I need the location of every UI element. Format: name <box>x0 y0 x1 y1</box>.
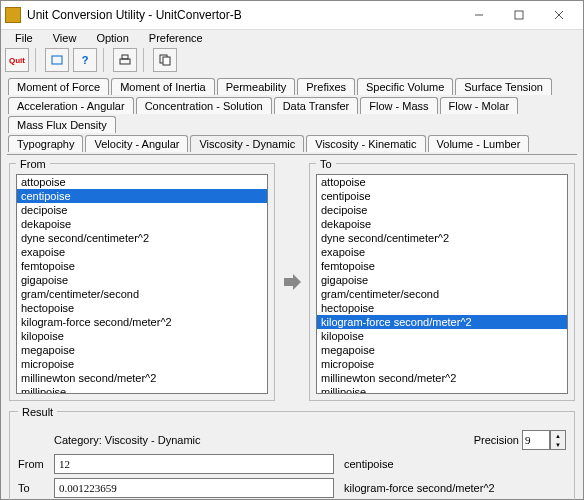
tab[interactable]: Data Transfer <box>274 97 359 114</box>
list-item[interactable]: kilogram-force second/meter^2 <box>17 315 267 329</box>
list-item[interactable]: gigapoise <box>17 273 267 287</box>
result-to-label: To <box>18 482 54 494</box>
to-legend: To <box>316 158 336 170</box>
list-item[interactable]: gram/centimeter/second <box>17 287 267 301</box>
app-icon <box>5 7 21 23</box>
list-item[interactable]: micropoise <box>17 357 267 371</box>
minimize-button[interactable] <box>459 1 499 29</box>
list-item[interactable]: gram/centimeter/second <box>317 287 567 301</box>
menu-preference[interactable]: Preference <box>139 30 213 46</box>
list-item[interactable]: megapoise <box>317 343 567 357</box>
tab[interactable]: Concentration - Solution <box>136 97 272 114</box>
svg-rect-5 <box>120 59 130 64</box>
from-list[interactable]: attopoisecentipoisedecipoisedekapoisedyn… <box>17 175 267 393</box>
toolbar-separator <box>35 48 39 72</box>
tab[interactable]: Typography <box>8 135 83 152</box>
list-item[interactable]: centipoise <box>317 189 567 203</box>
list-item[interactable]: millipoise <box>17 385 267 393</box>
maximize-button[interactable] <box>499 1 539 29</box>
menu-view[interactable]: View <box>43 30 87 46</box>
help-button[interactable]: ? <box>73 48 97 72</box>
tab[interactable]: Volume - Lumber <box>428 135 530 152</box>
tab[interactable]: Moment of Inertia <box>111 78 215 95</box>
window-title: Unit Conversion Utility - UnitConvertor-… <box>27 8 459 22</box>
list-item[interactable]: dyne second/centimeter^2 <box>17 231 267 245</box>
list-item[interactable]: femtopoise <box>17 259 267 273</box>
result-legend: Result <box>18 406 57 418</box>
menu-bar: File View Option Preference <box>1 30 583 46</box>
menu-file[interactable]: File <box>5 30 43 46</box>
list-item[interactable]: micropoise <box>317 357 567 371</box>
list-item[interactable]: kilogram-force second/meter^2 <box>317 315 567 329</box>
arrow-icon <box>277 161 307 403</box>
from-panel: From attopoisecentipoisedecipoisedekapoi… <box>9 163 275 401</box>
list-item[interactable]: gigapoise <box>317 273 567 287</box>
list-item[interactable]: dekapoise <box>17 217 267 231</box>
tab[interactable]: Acceleration - Angular <box>8 97 134 114</box>
precision-label: Precision <box>474 434 519 446</box>
toolbar-separator <box>143 48 147 72</box>
category-value: Viscosity - Dynamic <box>105 434 201 446</box>
quit-button[interactable]: Quit <box>5 48 29 72</box>
tab[interactable]: Mass Flux Density <box>8 116 116 133</box>
list-item[interactable]: exapoise <box>317 245 567 259</box>
list-item[interactable]: kilopoise <box>17 329 267 343</box>
tab[interactable]: Velocity - Angular <box>85 135 188 152</box>
list-item[interactable]: dekapoise <box>317 217 567 231</box>
svg-rect-6 <box>122 55 128 59</box>
list-item[interactable]: exapoise <box>17 245 267 259</box>
to-list[interactable]: attopoisecentipoisedecipoisedekapoisedyn… <box>317 175 567 393</box>
result-to-unit: kilogram-force second/meter^2 <box>344 482 495 494</box>
list-item[interactable]: femtopoise <box>317 259 567 273</box>
svg-rect-8 <box>163 57 170 65</box>
list-item[interactable]: attopoise <box>17 175 267 189</box>
menu-option[interactable]: Option <box>86 30 138 46</box>
list-item[interactable]: centipoise <box>17 189 267 203</box>
tab[interactable]: Permeability <box>217 78 296 95</box>
category-label: Category: <box>54 434 102 446</box>
precision-input[interactable] <box>522 430 550 450</box>
from-legend: From <box>16 158 50 170</box>
svg-rect-4 <box>52 56 62 64</box>
toolbar: Quit ? <box>1 46 583 74</box>
list-item[interactable]: attopoise <box>317 175 567 189</box>
tab[interactable]: Moment of Force <box>8 78 109 95</box>
result-from-input[interactable] <box>54 454 334 474</box>
list-item[interactable]: decipoise <box>17 203 267 217</box>
close-button[interactable] <box>539 1 579 29</box>
precision-spinner[interactable]: ▲▼ <box>550 430 566 450</box>
list-item[interactable]: hectopoise <box>17 301 267 315</box>
tab[interactable]: Prefixes <box>297 78 355 95</box>
list-item[interactable]: decipoise <box>317 203 567 217</box>
toolbar-button-2[interactable] <box>45 48 69 72</box>
list-item[interactable]: millinewton second/meter^2 <box>17 371 267 385</box>
print-button[interactable] <box>113 48 137 72</box>
result-to-input[interactable] <box>54 478 334 498</box>
copy-button[interactable] <box>153 48 177 72</box>
tab[interactable]: Viscosity - Dynamic <box>190 135 304 152</box>
list-item[interactable]: hectopoise <box>317 301 567 315</box>
list-item[interactable]: millipoise <box>317 385 567 393</box>
result-panel: Result Category: Viscosity - Dynamic Pre… <box>9 411 575 500</box>
list-item[interactable]: dyne second/centimeter^2 <box>317 231 567 245</box>
list-item[interactable]: millinewton second/meter^2 <box>317 371 567 385</box>
list-item[interactable]: megapoise <box>17 343 267 357</box>
tab[interactable]: Viscosity - Kinematic <box>306 135 425 152</box>
tab[interactable]: Flow - Molar <box>440 97 519 114</box>
toolbar-separator <box>103 48 107 72</box>
svg-rect-1 <box>515 11 523 19</box>
title-bar: Unit Conversion Utility - UnitConvertor-… <box>1 1 583 30</box>
tab[interactable]: Flow - Mass <box>360 97 437 114</box>
category-tabs: Moment of ForceMoment of InertiaPermeabi… <box>1 74 583 154</box>
result-from-unit: centipoise <box>344 458 394 470</box>
to-panel: To attopoisecentipoisedecipoisedekapoise… <box>309 163 575 401</box>
list-item[interactable]: kilopoise <box>317 329 567 343</box>
tab[interactable]: Specific Volume <box>357 78 453 95</box>
tab[interactable]: Surface Tension <box>455 78 552 95</box>
result-from-label: From <box>18 458 54 470</box>
